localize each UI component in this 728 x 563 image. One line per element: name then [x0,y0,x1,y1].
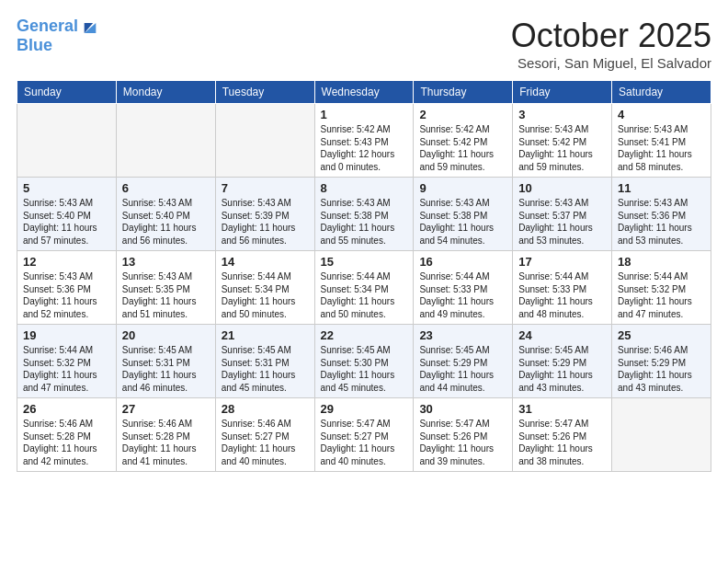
day-info: Sunrise: 5:43 AM Sunset: 5:35 PM Dayligh… [122,270,210,320]
table-row: 4Sunrise: 5:43 AM Sunset: 5:41 PM Daylig… [612,104,711,178]
table-row [612,398,711,472]
day-info: Sunrise: 5:44 AM Sunset: 5:33 PM Dayligh… [518,270,606,320]
table-row: 23Sunrise: 5:45 AM Sunset: 5:29 PM Dayli… [414,325,513,398]
day-info: Sunrise: 5:44 AM Sunset: 5:32 PM Dayligh… [23,344,110,394]
day-number: 16 [419,255,506,269]
day-number: 28 [222,402,309,416]
day-info: Sunrise: 5:43 AM Sunset: 5:37 PM Dayligh… [518,197,606,247]
day-info: Sunrise: 5:47 AM Sunset: 5:26 PM Dayligh… [518,418,606,467]
day-info: Sunrise: 5:45 AM Sunset: 5:29 PM Dayligh… [518,344,606,394]
table-row: 6Sunrise: 5:43 AM Sunset: 5:40 PM Daylig… [116,178,215,251]
day-number: 21 [222,328,309,342]
day-number: 26 [23,402,110,416]
day-number: 11 [618,181,705,195]
day-number: 24 [518,328,606,342]
day-number: 30 [419,402,506,416]
day-info: Sunrise: 5:46 AM Sunset: 5:29 PM Dayligh… [618,344,705,394]
table-row: 29Sunrise: 5:47 AM Sunset: 5:27 PM Dayli… [314,398,414,472]
day-info: Sunrise: 5:45 AM Sunset: 5:30 PM Dayligh… [321,344,408,394]
calendar-header-row: Sunday Monday Tuesday Wednesday Thursday… [17,81,711,104]
table-row: 24Sunrise: 5:45 AM Sunset: 5:29 PM Dayli… [513,325,612,398]
day-number: 17 [518,255,606,269]
day-number: 8 [321,181,408,195]
table-row: 7Sunrise: 5:43 AM Sunset: 5:39 PM Daylig… [215,178,314,251]
day-info: Sunrise: 5:43 AM Sunset: 5:41 PM Dayligh… [618,123,705,173]
day-number: 6 [122,181,210,195]
logo-icon [80,17,100,37]
day-number: 31 [518,402,606,416]
day-number: 19 [23,328,110,342]
day-number: 27 [122,402,210,416]
day-info: Sunrise: 5:43 AM Sunset: 5:42 PM Dayligh… [518,123,606,173]
title-block: October 2025 Sesori, San Miguel, El Salv… [511,17,711,71]
table-row: 14Sunrise: 5:44 AM Sunset: 5:34 PM Dayli… [215,251,314,325]
table-row: 2Sunrise: 5:42 AM Sunset: 5:42 PM Daylig… [414,104,513,178]
day-info: Sunrise: 5:42 AM Sunset: 5:43 PM Dayligh… [321,123,408,173]
day-info: Sunrise: 5:42 AM Sunset: 5:42 PM Dayligh… [419,123,506,173]
table-row: 20Sunrise: 5:45 AM Sunset: 5:31 PM Dayli… [116,325,215,398]
day-info: Sunrise: 5:43 AM Sunset: 5:38 PM Dayligh… [419,197,506,247]
day-number: 13 [122,255,210,269]
day-info: Sunrise: 5:47 AM Sunset: 5:26 PM Dayligh… [419,418,506,467]
calendar-week-row: 26Sunrise: 5:46 AM Sunset: 5:28 PM Dayli… [17,398,711,472]
table-row [116,104,215,178]
day-number: 18 [618,255,705,269]
day-info: Sunrise: 5:44 AM Sunset: 5:34 PM Dayligh… [222,270,309,320]
day-info: Sunrise: 5:43 AM Sunset: 5:36 PM Dayligh… [23,270,110,320]
day-number: 20 [122,328,210,342]
day-number: 3 [518,108,606,121]
col-sunday: Sunday [17,81,117,104]
table-row: 21Sunrise: 5:45 AM Sunset: 5:31 PM Dayli… [215,325,314,398]
table-row: 9Sunrise: 5:43 AM Sunset: 5:38 PM Daylig… [414,178,513,251]
calendar-week-row: 5Sunrise: 5:43 AM Sunset: 5:40 PM Daylig… [17,178,711,251]
table-row: 31Sunrise: 5:47 AM Sunset: 5:26 PM Dayli… [513,398,612,472]
day-info: Sunrise: 5:43 AM Sunset: 5:40 PM Dayligh… [122,197,210,247]
day-number: 1 [321,108,408,121]
day-info: Sunrise: 5:43 AM Sunset: 5:40 PM Dayligh… [23,197,110,247]
day-info: Sunrise: 5:45 AM Sunset: 5:31 PM Dayligh… [222,344,309,394]
day-info: Sunrise: 5:46 AM Sunset: 5:28 PM Dayligh… [23,418,110,467]
col-monday: Monday [116,81,215,104]
subtitle: Sesori, San Miguel, El Salvador [511,55,711,71]
day-number: 22 [321,328,408,342]
calendar-week-row: 12Sunrise: 5:43 AM Sunset: 5:36 PM Dayli… [17,251,711,325]
day-info: Sunrise: 5:43 AM Sunset: 5:38 PM Dayligh… [321,197,408,247]
day-number: 15 [321,255,408,269]
table-row: 5Sunrise: 5:43 AM Sunset: 5:40 PM Daylig… [17,178,117,251]
day-number: 4 [618,108,705,121]
table-row: 11Sunrise: 5:43 AM Sunset: 5:36 PM Dayli… [612,178,711,251]
table-row: 28Sunrise: 5:46 AM Sunset: 5:27 PM Dayli… [215,398,314,472]
day-info: Sunrise: 5:45 AM Sunset: 5:29 PM Dayligh… [419,344,506,394]
page: General Blue October 2025 Sesori, San Mi… [0,0,728,563]
table-row: 10Sunrise: 5:43 AM Sunset: 5:37 PM Dayli… [513,178,612,251]
day-info: Sunrise: 5:44 AM Sunset: 5:32 PM Dayligh… [618,270,705,320]
day-info: Sunrise: 5:43 AM Sunset: 5:39 PM Dayligh… [222,197,309,247]
day-info: Sunrise: 5:47 AM Sunset: 5:27 PM Dayligh… [321,418,408,467]
table-row [17,104,117,178]
day-number: 14 [222,255,309,269]
day-info: Sunrise: 5:43 AM Sunset: 5:36 PM Dayligh… [618,197,705,247]
table-row: 3Sunrise: 5:43 AM Sunset: 5:42 PM Daylig… [513,104,612,178]
table-row: 19Sunrise: 5:44 AM Sunset: 5:32 PM Dayli… [17,325,117,398]
col-wednesday: Wednesday [314,81,414,104]
day-number: 12 [23,255,110,269]
table-row: 1Sunrise: 5:42 AM Sunset: 5:43 PM Daylig… [314,104,414,178]
header: General Blue October 2025 Sesori, San Mi… [17,17,711,71]
col-tuesday: Tuesday [215,81,314,104]
table-row: 15Sunrise: 5:44 AM Sunset: 5:34 PM Dayli… [314,251,414,325]
day-info: Sunrise: 5:44 AM Sunset: 5:33 PM Dayligh… [419,270,506,320]
day-number: 10 [518,181,606,195]
day-number: 29 [321,402,408,416]
table-row: 12Sunrise: 5:43 AM Sunset: 5:36 PM Dayli… [17,251,117,325]
col-friday: Friday [513,81,612,104]
col-thursday: Thursday [414,81,513,104]
logo-text: General [17,17,78,36]
logo-text2: Blue [17,37,100,55]
calendar-week-row: 1Sunrise: 5:42 AM Sunset: 5:43 PM Daylig… [17,104,711,178]
table-row: 27Sunrise: 5:46 AM Sunset: 5:28 PM Dayli… [116,398,215,472]
table-row: 18Sunrise: 5:44 AM Sunset: 5:32 PM Dayli… [612,251,711,325]
day-info: Sunrise: 5:46 AM Sunset: 5:27 PM Dayligh… [222,418,309,467]
col-saturday: Saturday [612,81,711,104]
day-info: Sunrise: 5:46 AM Sunset: 5:28 PM Dayligh… [122,418,210,467]
table-row: 16Sunrise: 5:44 AM Sunset: 5:33 PM Dayli… [414,251,513,325]
